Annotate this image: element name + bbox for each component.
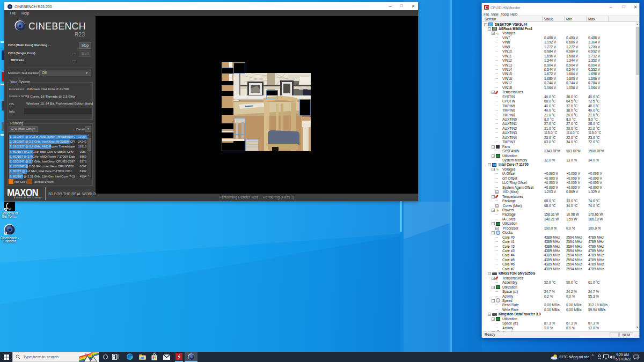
svg-text:2: 2 xyxy=(637,357,638,359)
